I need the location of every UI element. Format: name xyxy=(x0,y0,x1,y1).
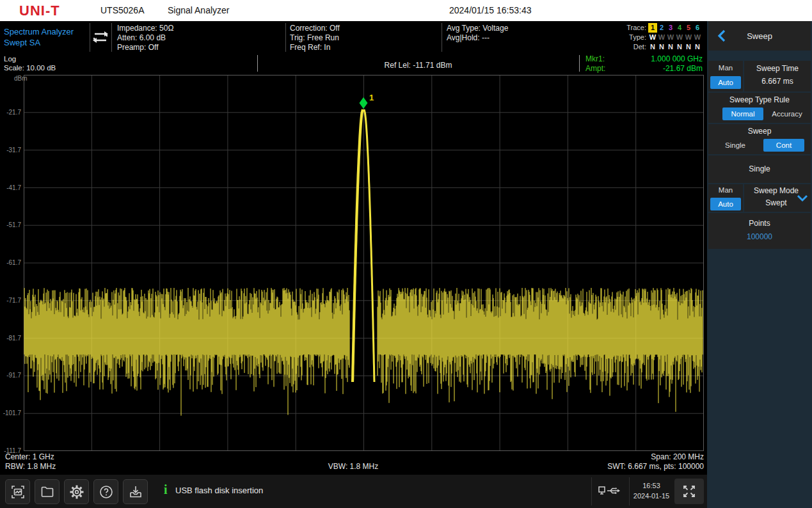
impedance-readout: Impedance: 50Ω xyxy=(117,24,173,33)
mode-line1: Spectrum Analyzer xyxy=(4,26,74,37)
ampt-value: -21.67 dBm xyxy=(663,64,703,74)
spectrum-plot[interactable]: 1 xyxy=(24,75,704,451)
sweep-mode-label: Sweep Mode xyxy=(744,186,808,195)
points-label: Points xyxy=(708,219,811,228)
save-icon xyxy=(128,484,143,500)
sweep-panel-title: Sweep xyxy=(708,127,811,136)
averaging-column: Avg Type: Voltage Avg|Hold: --- xyxy=(447,24,508,43)
avg-hold-readout: Avg|Hold: --- xyxy=(447,33,508,43)
input-settings-column: Impedance: 50Ω Atten: 6.00 dB Preamp: Of… xyxy=(117,24,173,52)
usb-device-icon[interactable] xyxy=(598,484,621,501)
trace-5-type: W xyxy=(684,33,693,42)
trace-2-det: N xyxy=(657,42,666,52)
trigger-settings-column: Correction: Off Trig: Free Run Freq Ref:… xyxy=(290,24,340,52)
single-sweep-button[interactable]: Single xyxy=(708,155,811,183)
trace-type-row: Type: W W W W W W xyxy=(626,33,702,42)
sweep-time-value: 6.667 ms xyxy=(744,77,811,86)
man-option[interactable]: Man xyxy=(708,64,743,72)
vbw-readout[interactable]: VBW: 1.8 MHz xyxy=(257,462,449,471)
plot-grid xyxy=(24,75,704,451)
trace-1-badge[interactable]: 1 xyxy=(648,23,657,33)
clock-display[interactable]: 16:53 2024-01-15 xyxy=(630,480,673,501)
trigger-readout: Trig: Free Run xyxy=(290,33,340,43)
measurement-header-bar: Spectrum Analyzer Swept SA Impedance: 50… xyxy=(0,21,707,54)
status-bar: i USB flash disk insertion 16:53 2024-01… xyxy=(0,475,707,508)
sweep-type-rule-panel[interactable]: Sweep Type Rule Normal Accuracy xyxy=(708,93,811,123)
auto-option-selected[interactable]: Auto xyxy=(710,76,741,89)
trace-2-type: W xyxy=(657,33,666,42)
trace-4-badge[interactable]: 4 xyxy=(675,23,684,33)
trace-6-badge[interactable]: 6 xyxy=(693,23,702,33)
trace-4-det: N xyxy=(675,42,684,52)
y-tick: -81.7 xyxy=(0,335,21,342)
y-tick: -61.7 xyxy=(0,259,21,266)
menu-title: Sweep xyxy=(708,31,811,41)
trace-1-type: W xyxy=(648,33,657,42)
fullscreen-toggle[interactable] xyxy=(674,479,704,504)
y-tick: -101.7 xyxy=(0,409,21,417)
accuracy-option[interactable]: Accuracy xyxy=(765,110,809,118)
settings-gear-icon xyxy=(68,484,85,500)
sweep-menu-header[interactable]: Sweep xyxy=(708,21,811,51)
rbw-readout[interactable]: RBW: 1.8 MHz xyxy=(5,462,56,471)
center-frequency-readout[interactable]: Center: 1 GHz xyxy=(5,452,54,461)
sweep-time-panel[interactable]: Man Auto Sweep Time 6.667 ms xyxy=(708,61,811,91)
single-sweep-label: Single xyxy=(708,164,811,173)
trace-3-badge[interactable]: 3 xyxy=(666,23,675,33)
scale-row: Log Scale: 10.00 dB Ref Lel: -11.71 dBm … xyxy=(0,54,707,75)
y-tick: -21.7 xyxy=(0,109,21,116)
preamp-readout: Preamp: Off xyxy=(117,43,173,52)
help-icon xyxy=(99,484,114,500)
trace-6-det: N xyxy=(693,42,702,52)
trace-6-type: W xyxy=(693,33,702,42)
ampt-label: Ampt: xyxy=(585,64,605,74)
sweep-menu-sidebar: Sweep Man Auto Sweep Time 6.667 ms Sweep… xyxy=(707,21,812,508)
info-icon: i xyxy=(164,482,168,497)
trace-5-badge[interactable]: 5 xyxy=(684,23,693,33)
continuous-sweep-icon[interactable] xyxy=(91,29,110,45)
trace-2-badge[interactable]: 2 xyxy=(657,23,666,33)
scale-readout: Scale: 10.00 dB xyxy=(4,63,56,72)
chevron-down-icon[interactable] xyxy=(797,194,808,202)
model-number: UTS5026A xyxy=(100,5,144,15)
screenshot-icon xyxy=(10,484,26,500)
settings-button[interactable] xyxy=(64,479,89,504)
ref-level-readout[interactable]: Ref Lel: -11.71 dBm xyxy=(257,61,579,70)
trace-det-row: Det: N N N N N N xyxy=(626,42,702,52)
mode-indicator[interactable]: Spectrum Analyzer Swept SA xyxy=(4,26,74,48)
file-manager-button[interactable] xyxy=(35,479,60,504)
title-bar: UNI-T UTS5026A Signal Analyzer 2024/01/1… xyxy=(0,0,812,21)
sweep-continuous-panel[interactable]: Sweep Single Cont xyxy=(708,124,811,154)
sweep-mode-panel[interactable]: Man Auto Sweep Mode Swept xyxy=(708,184,811,212)
single-option[interactable]: Single xyxy=(715,141,756,149)
expand-arrows-icon xyxy=(681,483,697,500)
normal-option-selected[interactable]: Normal xyxy=(722,107,763,120)
trace-3-type: W xyxy=(666,33,675,42)
cont-option-selected[interactable]: Cont xyxy=(763,139,804,152)
screenshot-button[interactable] xyxy=(5,479,30,504)
date-text: 2024-01-15 xyxy=(630,491,673,501)
span-readout[interactable]: Span: 200 MHz xyxy=(512,452,704,461)
time-text: 16:53 xyxy=(630,480,673,491)
correction-readout: Correction: Off xyxy=(290,24,340,33)
trace-status-block[interactable]: Trace: 1 2 3 4 5 6 Type: W W W W W W Det… xyxy=(626,23,702,52)
log-label: Log xyxy=(4,54,56,63)
trace-5-det: N xyxy=(684,42,693,52)
man-option[interactable]: Man xyxy=(708,186,743,194)
type-label: Type: xyxy=(629,33,646,42)
auto-option-selected[interactable]: Auto xyxy=(710,198,741,210)
help-button[interactable] xyxy=(93,479,118,504)
points-panel[interactable]: Points 100000 xyxy=(708,213,811,249)
points-value: 100000 xyxy=(708,232,811,241)
spectrum-analyzer-screen: UNI-T UTS5026A Signal Analyzer 2024/01/1… xyxy=(0,0,812,508)
y-tick: -41.7 xyxy=(0,184,21,191)
marker-1-diamond[interactable] xyxy=(360,97,368,109)
uni-t-logo: UNI-T xyxy=(19,3,60,19)
atten-readout: Atten: 6.00 dB xyxy=(117,33,173,43)
trace-id-row: Trace: 1 2 3 4 5 6 xyxy=(626,23,702,33)
scale-block[interactable]: Log Scale: 10.00 dB xyxy=(4,54,56,72)
trace-3-det: N xyxy=(666,42,675,52)
save-button[interactable] xyxy=(123,479,148,504)
status-message: USB flash disk insertion xyxy=(175,486,263,495)
sweep-time-readout[interactable]: SWT: 6.667 ms, pts: 100000 xyxy=(512,462,704,471)
